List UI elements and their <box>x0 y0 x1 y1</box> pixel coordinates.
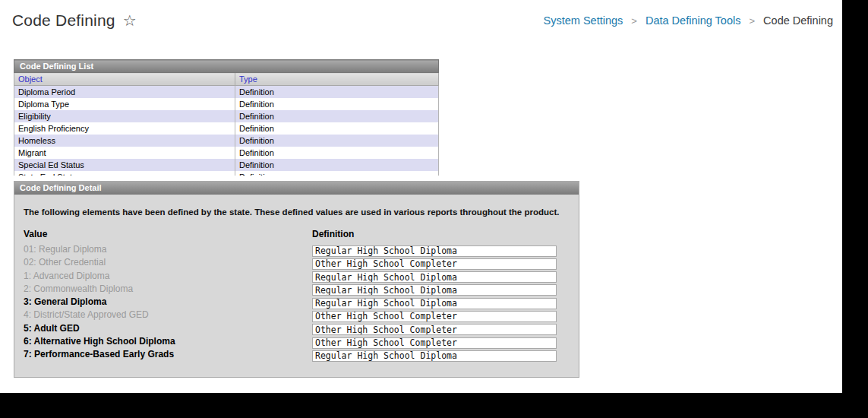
definition-input[interactable] <box>312 258 557 270</box>
breadcrumb-separator-icon: > <box>749 15 755 27</box>
content-area: Code Defining List Object Type Diploma P… <box>0 59 842 378</box>
detail-value-label: 4: District/State Approved GED <box>24 309 312 321</box>
list-row[interactable]: Diploma TypeDefinition <box>14 98 439 110</box>
type-cell[interactable]: Definition <box>235 147 439 159</box>
value-column-header: Value <box>24 229 312 243</box>
list-title-bar: Code Defining List <box>14 60 439 73</box>
object-cell[interactable]: Eligibility <box>14 110 235 122</box>
page: Code Defining ☆ System Settings > Data D… <box>0 0 842 393</box>
definition-field-wrap <box>312 322 570 335</box>
definition-field-wrap <box>312 348 570 361</box>
column-header-type[interactable]: Type <box>235 73 439 86</box>
type-cell[interactable]: Definition <box>235 110 439 122</box>
definition-field-wrap <box>312 335 570 348</box>
definition-input[interactable] <box>312 311 557 322</box>
definition-input[interactable] <box>312 245 557 257</box>
object-cell[interactable]: Diploma Period <box>14 86 235 99</box>
detail-value-label: 01: Regular Diploma <box>24 243 312 256</box>
breadcrumb-separator-icon: > <box>631 15 637 27</box>
detail-value-label: 1: Advanced Diploma <box>24 270 312 283</box>
code-defining-detail: Code Defining Detail The following eleme… <box>14 181 579 378</box>
list-row[interactable]: Special Ed StatusDefinition <box>14 159 439 171</box>
object-cell[interactable]: State End Status <box>14 171 235 176</box>
list-row[interactable]: English ProficiencyDefinition <box>14 122 439 135</box>
page-title: Code Defining <box>12 11 115 30</box>
detail-value-label: 7: Performance-Based Early Grads <box>24 348 312 361</box>
definition-field-wrap <box>312 256 570 269</box>
detail-value-label: 6: Alternative High School Diploma <box>24 335 312 348</box>
definition-column-header: Definition <box>312 229 570 243</box>
definition-field-wrap <box>312 296 570 309</box>
code-defining-list: Code Defining List Object Type Diploma P… <box>14 59 439 176</box>
definition-input[interactable] <box>312 271 557 283</box>
type-cell[interactable]: Definition <box>235 98 439 110</box>
definition-input[interactable] <box>312 324 557 335</box>
type-cell[interactable]: Definition <box>235 171 439 176</box>
definition-field-wrap <box>312 270 570 283</box>
list-row[interactable]: EligibilityDefinition <box>14 110 439 122</box>
object-cell[interactable]: Diploma Type <box>14 98 235 110</box>
object-cell[interactable]: Homeless <box>14 135 235 147</box>
column-header-object[interactable]: Object <box>14 73 235 86</box>
breadcrumb-system-settings[interactable]: System Settings <box>544 14 623 27</box>
object-cell[interactable]: Migrant <box>14 147 235 159</box>
definition-input[interactable] <box>312 350 557 362</box>
detail-value-label: 5: Adult GED <box>24 322 312 335</box>
type-cell[interactable]: Definition <box>235 135 439 147</box>
detail-value-label: 3: General Diploma <box>24 296 312 309</box>
breadcrumb: System Settings > Data Defining Tools > … <box>544 14 833 27</box>
definition-input[interactable] <box>312 284 557 296</box>
detail-title-bar: Code Defining Detail <box>14 182 579 195</box>
list-row[interactable]: HomelessDefinition <box>14 135 439 147</box>
type-cell[interactable]: Definition <box>235 86 439 99</box>
detail-grid: Value Definition 01: Regular Diploma02: … <box>14 229 579 362</box>
detail-description: The following elements have been defined… <box>14 195 579 229</box>
definition-input[interactable] <box>312 298 557 309</box>
page-header: Code Defining ☆ System Settings > Data D… <box>0 0 842 37</box>
definition-field-wrap <box>312 283 570 296</box>
type-cell[interactable]: Definition <box>235 159 439 171</box>
definition-input[interactable] <box>312 337 557 349</box>
definition-field-wrap <box>312 243 570 256</box>
detail-value-label: 02: Other Credential <box>24 256 312 269</box>
favorite-star-icon[interactable]: ☆ <box>123 13 137 28</box>
detail-value-label: 2: Commonwealth Diploma <box>24 283 312 296</box>
object-cell[interactable]: Special Ed Status <box>14 159 235 171</box>
list-row[interactable]: State End StatusDefinition <box>14 171 439 176</box>
object-cell[interactable]: English Proficiency <box>14 122 235 135</box>
type-cell[interactable]: Definition <box>235 122 439 135</box>
list-row[interactable]: Diploma PeriodDefinition <box>14 86 439 99</box>
list-row[interactable]: MigrantDefinition <box>14 147 439 159</box>
definition-field-wrap <box>312 309 570 321</box>
breadcrumb-current: Code Defining <box>763 14 833 27</box>
breadcrumb-data-defining-tools[interactable]: Data Defining Tools <box>645 14 740 27</box>
